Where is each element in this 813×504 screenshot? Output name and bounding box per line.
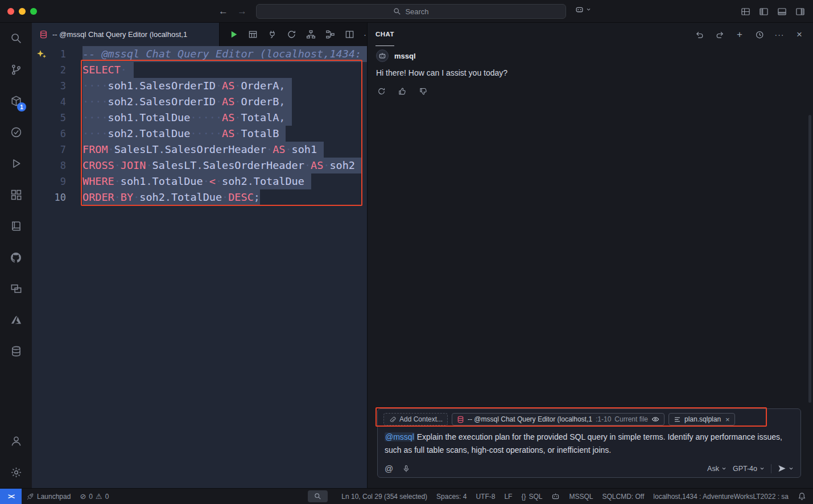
indentation-item[interactable]: Spaces: 4	[432, 489, 471, 504]
zoom-search-item[interactable]	[308, 490, 328, 502]
add-context-button[interactable]: Add Context...	[383, 413, 448, 425]
activity-search[interactable]	[2, 23, 30, 54]
line-number[interactable]: 10	[32, 189, 82, 205]
change-connection-button[interactable]	[286, 29, 297, 40]
activity-bar: 1	[0, 23, 32, 488]
results-grid-button[interactable]	[247, 29, 258, 40]
close-window-button[interactable]	[7, 8, 14, 15]
code-token: TotalDue	[171, 191, 222, 203]
line-number[interactable]: 1	[32, 46, 82, 62]
problems-item[interactable]: ⊘ 0 ⚠ 0	[75, 489, 113, 504]
estimated-plan-button[interactable]	[305, 29, 316, 40]
launchpad-item[interactable]: Launchpad	[22, 489, 75, 504]
maximize-window-button[interactable]	[30, 8, 37, 15]
activity-settings[interactable]	[2, 457, 30, 488]
activity-source-control[interactable]	[2, 54, 30, 85]
command-center-search[interactable]: Search	[256, 4, 566, 19]
toggle-sidebar-right-icon[interactable]	[795, 7, 805, 16]
context-chip-plan[interactable]: plan.sqlplan ×	[668, 413, 735, 425]
code-line[interactable]: ORDER·BY·soh2.TotalDue·DESC;	[82, 189, 367, 205]
line-number[interactable]: 8	[32, 158, 82, 173]
cursor-position-item[interactable]: Ln 10, Col 29 (354 selected)	[337, 489, 432, 504]
code-line[interactable]: CROSS·JOIN·SalesLT.SalesOrderHeader·AS·s…	[82, 158, 367, 173]
activity-azure[interactable]	[2, 304, 30, 336]
mode-dropdown[interactable]: Ask	[707, 465, 727, 473]
code-token: SELECT	[82, 64, 121, 76]
line-number[interactable]: 2	[32, 62, 82, 78]
send-button[interactable]	[778, 464, 794, 473]
eol-item[interactable]: LF	[500, 489, 517, 504]
grid-icon	[248, 30, 258, 39]
code-line[interactable]: ····soh1.SalesOrderID·AS·OrderA,	[82, 78, 367, 94]
remote-indicator[interactable]: ><	[0, 489, 22, 504]
line-number[interactable]: 7	[32, 142, 82, 158]
activity-testing[interactable]	[2, 117, 30, 148]
toggle-panel-icon[interactable]	[777, 7, 787, 16]
thumbs-down-button[interactable]	[418, 86, 428, 96]
mention-button[interactable]: @	[385, 464, 393, 473]
code-token: AS	[222, 96, 234, 108]
customize-layout-icon[interactable]	[741, 7, 750, 16]
editor-tab[interactable]: -- @mssql Chat Query Editor (localhost,1	[32, 23, 220, 46]
run-query-button[interactable]	[228, 29, 239, 40]
chat-input[interactable]: @mssql Explain the execution plan for th…	[383, 431, 795, 457]
code-line[interactable]: FROM·SalesLT.SalesOrderHeader·AS·soh1	[82, 142, 367, 158]
activity-github[interactable]	[2, 242, 30, 273]
encoding-item[interactable]: UTF-8	[471, 489, 500, 504]
disconnect-button[interactable]	[266, 29, 278, 40]
connection-item[interactable]: localhost,1434 : AdventureWorksLT2022 : …	[649, 489, 793, 504]
tab-chat[interactable]: CHAT	[375, 23, 394, 46]
model-dropdown[interactable]: GPT-4o	[733, 465, 765, 473]
undo-button[interactable]	[694, 29, 705, 40]
code-editor[interactable]: 12345678910 -- @mssql Chat Query Editor …	[32, 46, 367, 488]
scrollbar[interactable]	[808, 115, 811, 403]
new-chat-button[interactable]: +	[734, 29, 745, 40]
line-number[interactable]: 6	[32, 126, 82, 142]
selection-highlight: WHERE·soh1.TotalDue·<·soh2.TotalDue	[82, 173, 311, 189]
sqlcmd-item[interactable]: SQLCMD: Off	[598, 489, 649, 504]
notifications-item[interactable]	[793, 489, 813, 504]
close-panel-button[interactable]: ×	[794, 29, 805, 40]
activity-account[interactable]	[2, 425, 30, 457]
close-icon[interactable]: ×	[725, 415, 730, 424]
forward-arrow-icon[interactable]: →	[237, 6, 247, 17]
activity-package[interactable]: 1	[2, 85, 30, 117]
more-button[interactable]: ···	[774, 29, 785, 40]
thumbs-up-button[interactable]	[397, 86, 407, 96]
minimize-window-button[interactable]	[19, 8, 26, 15]
code-line[interactable]: ····soh2.SalesOrderID·AS·OrderB,	[82, 94, 367, 110]
activity-book[interactable]	[2, 210, 30, 242]
mic-button[interactable]	[402, 465, 410, 473]
split-editor-button[interactable]	[344, 29, 355, 40]
redo-button[interactable]	[714, 29, 725, 40]
line-number[interactable]: 4	[32, 94, 82, 110]
activity-remote-windows[interactable]	[2, 273, 30, 304]
code-token: ·	[323, 159, 329, 171]
copilot-status-item[interactable]	[547, 489, 564, 504]
code-area[interactable]: -- @mssql Chat Query Editor (localhost,1…	[82, 46, 367, 488]
code-line[interactable]: WHERE·soh1.TotalDue·<·soh2.TotalDue	[82, 173, 367, 189]
line-number[interactable]: 3	[32, 78, 82, 94]
code-line[interactable]: -- @mssql Chat Query Editor (localhost,1…	[82, 46, 367, 62]
context-chip-file[interactable]: -- @mssql Chat Query Editor (localhost,1…	[452, 413, 665, 425]
retry-button[interactable]	[376, 86, 386, 96]
code-line[interactable]: ····soh1.TotalDue·····AS·TotalA,	[82, 110, 367, 126]
code-token: SalesOrderHeader	[165, 143, 266, 155]
code-line[interactable]: ····soh2.TotalDue·····AS·TotalB	[82, 126, 367, 142]
context-plan-label: plan.sqlplan	[684, 415, 721, 423]
toggle-sidebar-left-icon[interactable]	[759, 7, 769, 16]
activity-sql-tools[interactable]	[2, 336, 30, 367]
activity-extensions[interactable]	[2, 179, 30, 210]
language-item[interactable]: {} SQL	[517, 489, 547, 504]
mssql-item[interactable]: MSSQL	[564, 489, 597, 504]
history-button[interactable]	[754, 29, 765, 40]
line-number[interactable]: 5	[32, 110, 82, 126]
line-number[interactable]: 9	[32, 173, 82, 189]
code-line[interactable]: SELECT·	[82, 62, 367, 78]
query-plan-button[interactable]	[324, 29, 336, 40]
activity-run-debug[interactable]	[2, 148, 30, 179]
copilot-menu-button[interactable]	[575, 5, 591, 14]
back-arrow-icon[interactable]: ←	[218, 6, 228, 17]
eye-icon[interactable]	[651, 415, 659, 423]
context-file-range: :1-10	[596, 415, 611, 423]
